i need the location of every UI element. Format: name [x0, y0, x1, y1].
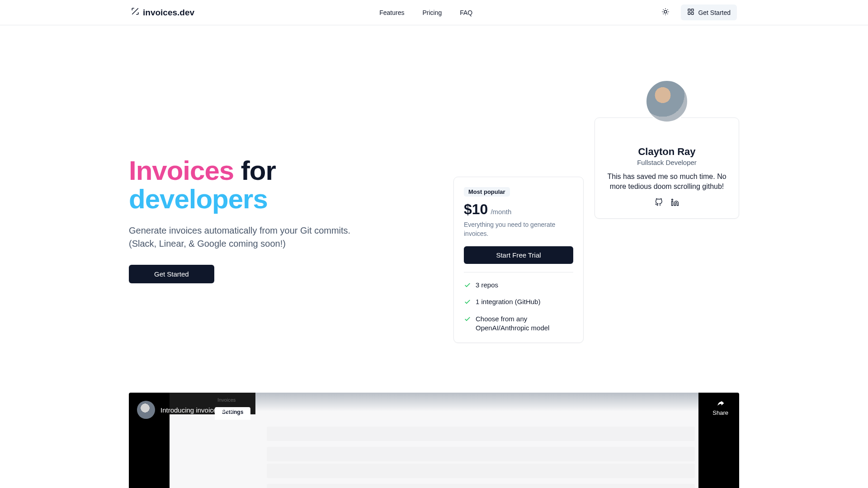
video-share-button[interactable]: Share [712, 399, 728, 416]
svg-rect-4 [692, 12, 694, 14]
sun-icon [661, 8, 670, 18]
brand-name: invoices.dev [143, 8, 194, 18]
header-cta-label: Get Started [698, 9, 731, 16]
video-content-preview: Invoices Settings [170, 393, 698, 488]
pricing-description: Everything you need to generate invoices… [464, 221, 573, 238]
pricing-features: 3 repos 1 integration (GitHub) Choose fr… [464, 272, 573, 333]
svg-point-0 [664, 10, 667, 13]
nav-faq[interactable]: FAQ [460, 9, 472, 16]
hero-title-word-2: for [241, 155, 276, 186]
svg-rect-1 [688, 9, 690, 11]
video-title: Introducing invoices.dev [160, 406, 233, 414]
header-get-started-button[interactable]: Get Started [681, 5, 737, 20]
video-ui-placeholder-row [267, 484, 695, 488]
hero-title-word-1: Invoices [129, 155, 234, 186]
site-header: invoices.dev Features Pricing FAQ Get St… [0, 0, 868, 25]
hero-section: Invoices for developers Generate invoice… [129, 25, 739, 343]
pricing-amount: $10 [464, 201, 488, 218]
top-nav: Features Pricing FAQ [379, 9, 472, 16]
hero-title: Invoices for developers [129, 156, 435, 213]
feature-item: 1 integration (GitHub) [464, 297, 573, 308]
hero-copy: Invoices for developers Generate invoice… [129, 102, 435, 343]
testimonial-role: Fullstack Developer [605, 159, 729, 166]
pricing-period: /month [491, 208, 511, 216]
svg-rect-2 [692, 9, 694, 11]
video-ui-placeholder-row [267, 447, 695, 461]
testimonial-card: Clayton Ray Fullstack Developer This has… [594, 117, 739, 219]
brand[interactable]: invoices.dev [131, 7, 194, 18]
check-icon [464, 282, 471, 291]
check-icon [464, 298, 471, 308]
feature-item: Choose from any OpenAI/Anthropic model [464, 314, 573, 333]
start-free-trial-button[interactable]: Start Free Trial [464, 246, 573, 264]
nav-pricing[interactable]: Pricing [422, 9, 442, 16]
feature-item: 3 repos [464, 281, 573, 291]
testimonial-avatar [645, 80, 689, 123]
video-ui-placeholder-row [267, 427, 695, 441]
brand-logo-icon [131, 7, 139, 18]
price-row: $10 /month [464, 201, 573, 218]
hero-get-started-button[interactable]: Get Started [129, 265, 214, 283]
header-actions: Get Started [657, 5, 737, 21]
video-channel-avatar[interactable] [137, 401, 155, 419]
dashboard-icon [687, 8, 694, 17]
testimonial-social [605, 198, 729, 208]
check-icon [464, 315, 471, 333]
video-share-label: Share [712, 409, 728, 416]
video-ui-placeholder-row [267, 464, 695, 478]
github-icon[interactable] [655, 198, 663, 208]
pricing-badge: Most popular [464, 187, 510, 197]
testimonial: Clayton Ray Fullstack Developer This has… [594, 102, 739, 219]
linkedin-icon[interactable] [671, 198, 679, 208]
hero-subtitle: Generate invoices automatically from you… [129, 224, 435, 250]
pricing-card: Most popular $10 /month Everything you n… [453, 177, 584, 343]
video-title-overlay: Introducing invoices.dev [137, 401, 233, 419]
hero-cards: Most popular $10 /month Everything you n… [453, 102, 739, 343]
testimonial-quote: This has saved me so much time. No more … [605, 172, 729, 192]
svg-rect-3 [688, 12, 690, 14]
hero-title-word-3: developers [129, 184, 268, 214]
testimonial-name: Clayton Ray [605, 146, 729, 158]
intro-video[interactable]: Invoices Settings Introducing invoices.d… [129, 393, 739, 488]
theme-toggle-button[interactable] [657, 5, 674, 21]
nav-features[interactable]: Features [379, 9, 404, 16]
share-icon [715, 399, 726, 409]
